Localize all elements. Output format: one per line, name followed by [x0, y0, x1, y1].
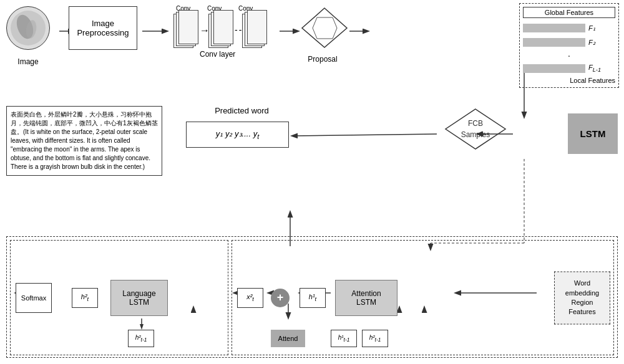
conv-layer-label: Conv layer	[200, 50, 235, 59]
feature-dots: ·	[523, 50, 615, 60]
feature-row-2: F₂	[523, 36, 615, 49]
fcb-shape: FCB Samples	[443, 107, 509, 151]
conv-layers-group: Conv Conv Conv → -- Conv layer	[168, 5, 278, 61]
feature-label-2: F₂	[588, 39, 607, 47]
svg-marker-27	[313, 17, 337, 39]
feature-row-1: F₁	[523, 22, 615, 34]
word-embed-label: WordembeddingRegionFeatures	[565, 279, 599, 317]
lang-to-prev-arrow	[139, 318, 145, 330]
softmax-box: Softmax	[16, 283, 52, 313]
svg-text:FCB: FCB	[468, 119, 483, 128]
bottom-left-section: Softmax h²t LanguageLSTM h²t-1	[10, 240, 228, 355]
description-text: 表面类白色，外层鳞叶2瓣，大小悬殊，习称怀中抱月，先端钝圆，底部平，微凹入，中心…	[11, 111, 158, 170]
ht1-prev-box: h¹t-1	[331, 330, 357, 347]
preprocessing-box: Image Preprocessing	[69, 6, 137, 50]
predicted-word-label: Predicted word	[193, 106, 290, 115]
ht2-prev2-box: h²t-1	[362, 330, 388, 347]
conv-rect-3c	[247, 10, 267, 44]
feature-label-last: FL-1	[588, 64, 607, 73]
attention-lstm-box: AttentionLSTM	[335, 280, 397, 316]
conv-rect-2c	[213, 10, 233, 44]
leaf-image-svg	[9, 9, 47, 47]
svg-line-6	[292, 134, 437, 136]
feature-label-1: F₁	[588, 24, 607, 32]
description-text-box: 表面类白色，外层鳞叶2瓣，大小悬殊，习称怀中抱月，先端钝圆，底部平，微凹入，中心…	[6, 106, 162, 176]
svg-text:Samples: Samples	[461, 130, 490, 139]
main-lstm-box: LSTM	[568, 113, 618, 154]
sequence-box: y₁ y₂ y₃.... yt	[186, 122, 289, 148]
xt2-box: x²t	[237, 288, 263, 308]
sequence-label: y₁ y₂ y₃.... yt	[216, 129, 259, 140]
input-image	[6, 6, 50, 50]
ht2-prev2-label: h²t-1	[369, 334, 381, 343]
svg-marker-26	[302, 8, 347, 47]
ht2-prev-box: h²t-1	[128, 330, 154, 347]
image-label: Image	[6, 57, 50, 66]
bottom-section: Softmax h²t LanguageLSTM h²t-1	[6, 236, 618, 358]
ht1-box: h¹t	[300, 288, 326, 308]
attend-box: Attend	[271, 330, 305, 347]
bottom-right-section: x²t + h¹t AttentionLSTM Attend h¹t-1	[232, 240, 614, 355]
feature-bar-1	[523, 24, 585, 32]
feature-bar-2	[523, 38, 585, 47]
plus-label: +	[277, 291, 284, 304]
preprocessing-label: Image Preprocessing	[77, 19, 129, 37]
language-lstm-box: LanguageLSTM	[110, 280, 168, 316]
proposal-shape	[298, 5, 351, 52]
ht1-prev-label: h¹t-1	[338, 334, 350, 343]
ht1-label: h¹t	[309, 293, 316, 302]
feature-row-last: FL-1	[523, 62, 615, 75]
global-features-label: Global Features	[545, 9, 593, 16]
svg-marker-28	[446, 109, 505, 149]
ht2-box: h²t	[72, 288, 98, 308]
softmax-label: Softmax	[21, 294, 46, 302]
features-container: Global Features F₁ F₂ · FL-1 Local Featu…	[519, 3, 619, 88]
word-embed-box: WordembeddingRegionFeatures	[554, 271, 610, 324]
feature-bar-last	[523, 64, 585, 73]
global-features-box: Global Features	[523, 7, 615, 18]
language-lstm-label: LanguageLSTM	[122, 289, 155, 307]
main-diagram: Image Image Preprocessing Conv Conv Conv…	[0, 0, 624, 364]
conv-rect-1c	[178, 10, 198, 44]
ht2-label: h²t	[81, 293, 89, 302]
plus-circle: +	[271, 289, 290, 307]
attend-label: Attend	[278, 335, 298, 342]
xt2-label: x²t	[246, 293, 254, 302]
ht2-prev-label: h²t-1	[135, 334, 147, 343]
attention-lstm-label: AttentionLSTM	[351, 289, 381, 307]
local-features-label: Local Features	[523, 77, 615, 84]
proposal-label: Proposal	[295, 55, 351, 64]
main-lstm-label: LSTM	[580, 128, 606, 139]
